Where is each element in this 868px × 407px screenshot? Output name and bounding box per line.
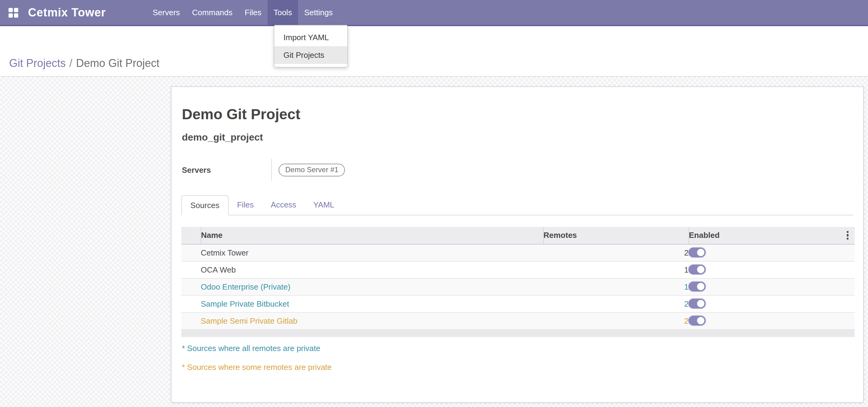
- source-name[interactable]: Sample Private Bitbucket: [201, 295, 543, 312]
- footnote-some-private: * Sources where some remotes are private: [182, 362, 854, 372]
- tab-access[interactable]: Access: [262, 195, 305, 215]
- app-window: Cetmix Tower Servers Commands Files Tool…: [0, 0, 868, 407]
- table-header-row: Name Remotes Enabled: [181, 227, 855, 244]
- table-row[interactable]: OCA Web 1: [181, 261, 855, 278]
- content-area: Demo Git Project demo_git_project Server…: [0, 77, 868, 407]
- header-checkbox-column[interactable]: [181, 227, 201, 244]
- remotes-count: 2: [543, 295, 688, 312]
- tab-files[interactable]: Files: [228, 195, 262, 215]
- menu-item-settings[interactable]: Settings: [298, 0, 339, 25]
- source-name[interactable]: Sample Semi Private Gitlab: [201, 312, 543, 329]
- server-tag: Demo Server #1: [279, 163, 345, 176]
- row-checkbox-cell[interactable]: [181, 261, 201, 278]
- enabled-cell: [688, 261, 855, 278]
- apps-grid-icon[interactable]: [8, 8, 18, 18]
- tab-sources[interactable]: Sources: [181, 195, 228, 215]
- header-remotes[interactable]: Remotes: [543, 227, 688, 244]
- notebook-tabs: Sources Files Access YAML: [181, 195, 854, 215]
- enabled-cell: [688, 278, 855, 295]
- enabled-toggle[interactable]: [688, 316, 706, 326]
- top-navbar: Cetmix Tower Servers Commands Files Tool…: [0, 0, 868, 26]
- servers-field-row: Servers Demo Server #1: [181, 159, 854, 181]
- enabled-cell: [688, 312, 855, 329]
- form-sheet: Demo Git Project demo_git_project Server…: [171, 86, 864, 403]
- dropdown-item-import-yaml[interactable]: Import YAML: [274, 29, 347, 46]
- remotes-count: 1: [543, 278, 688, 295]
- breadcrumb-current: Demo Git Project: [76, 57, 159, 69]
- table-row[interactable]: Sample Semi Private Gitlab 2: [181, 312, 855, 329]
- control-panel: Git Projects/Demo Git Project Edit Creat…: [0, 26, 868, 77]
- table-row[interactable]: Odoo Enterprise (Private) 1: [181, 278, 855, 295]
- servers-field-label: Servers: [181, 165, 271, 174]
- menu-item-servers[interactable]: Servers: [147, 0, 186, 25]
- enabled-toggle[interactable]: [688, 265, 706, 275]
- optional-columns-icon[interactable]: [846, 231, 848, 240]
- header-name[interactable]: Name: [201, 227, 543, 244]
- menu-item-commands[interactable]: Commands: [186, 0, 239, 25]
- source-name[interactable]: Odoo Enterprise (Private): [201, 278, 543, 295]
- enabled-toggle[interactable]: [688, 299, 706, 309]
- enabled-cell: [688, 295, 855, 312]
- enabled-toggle[interactable]: [688, 248, 706, 258]
- remotes-count: 2: [543, 312, 688, 329]
- breadcrumb: Git Projects/Demo Git Project: [9, 57, 159, 70]
- record-title: Demo Git Project: [182, 105, 854, 123]
- table-row[interactable]: Sample Private Bitbucket 2: [181, 295, 855, 312]
- row-checkbox-cell[interactable]: [181, 295, 201, 312]
- breadcrumb-parent-link[interactable]: Git Projects: [9, 57, 66, 69]
- breadcrumb-separator: /: [66, 57, 76, 69]
- footnote-all-private: * Sources where all remotes are private: [182, 343, 854, 353]
- table-row[interactable]: Cetmix Tower 2: [181, 244, 855, 261]
- sources-table: Name Remotes Enabled Cetmix Tower 2: [181, 227, 855, 330]
- remotes-count: 2: [543, 244, 688, 261]
- source-name[interactable]: Cetmix Tower: [201, 244, 543, 261]
- menu-item-files[interactable]: Files: [239, 0, 268, 25]
- tab-yaml[interactable]: YAML: [305, 195, 343, 215]
- main-menu: Servers Commands Files Tools Settings: [147, 0, 339, 25]
- row-checkbox-cell[interactable]: [181, 312, 201, 329]
- table-footer-strip: [181, 330, 855, 337]
- enabled-toggle[interactable]: [688, 282, 706, 292]
- enabled-cell: [688, 244, 855, 261]
- row-checkbox-cell[interactable]: [181, 244, 201, 261]
- app-brand[interactable]: Cetmix Tower: [28, 0, 106, 25]
- tools-dropdown-menu: Import YAML Git Projects: [274, 25, 348, 67]
- header-enabled[interactable]: Enabled: [688, 227, 855, 244]
- dropdown-item-git-projects[interactable]: Git Projects: [274, 46, 347, 64]
- row-checkbox-cell[interactable]: [181, 278, 201, 295]
- remotes-count: 1: [543, 261, 688, 278]
- source-name[interactable]: OCA Web: [201, 261, 543, 278]
- menu-item-tools[interactable]: Tools: [267, 0, 298, 25]
- record-technical-name: demo_git_project: [182, 131, 854, 143]
- servers-field-value: Demo Server #1: [271, 159, 345, 181]
